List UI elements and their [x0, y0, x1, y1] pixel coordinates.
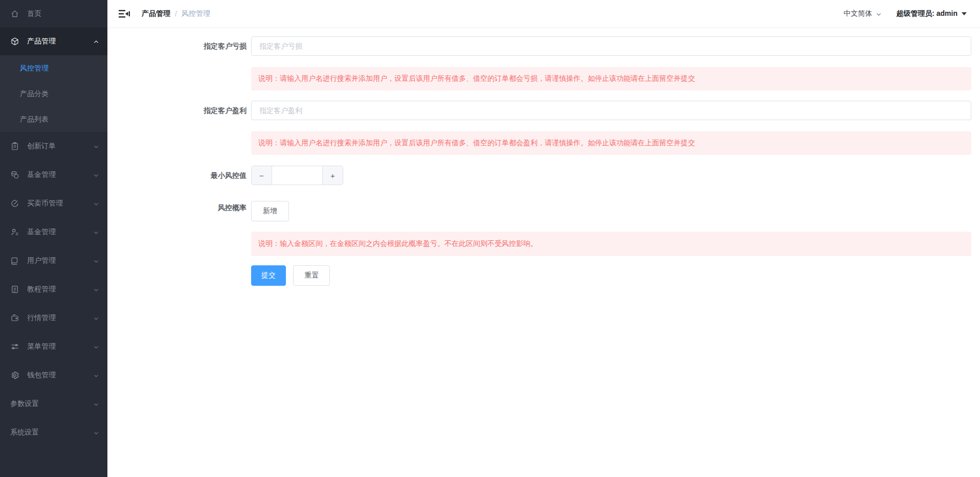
sliders-icon [10, 342, 19, 351]
topbar: 产品管理 / 风控管理 中文简体 超级管理员: admin [107, 0, 980, 28]
edit-circle-icon [10, 199, 19, 208]
profit-notice: 说明：请输入用户名进行搜索并添加用户，设置后该用户所有借多、借空的订单都会盈利，… [251, 131, 971, 155]
coins-icon [10, 170, 19, 179]
dropdown-caret-icon [962, 12, 967, 15]
sidebar-item-label: 产品管理 [27, 37, 93, 46]
sidebar-item-user-management[interactable]: 用户管理 [0, 246, 107, 275]
reset-button[interactable]: 重置 [293, 265, 330, 286]
risk-control-form: 指定客户亏损 说明：请输入用户名进行搜索并添加用户，设置后该用户所有借多、借空的… [107, 29, 980, 477]
sidebar-item-label: 教程管理 [27, 285, 93, 294]
submenu-product-management: 风控管理 产品分类 产品列表 [0, 55, 107, 132]
sidebar-item-label: 菜单管理 [27, 342, 93, 351]
risk-probability-label: 风控概率 [107, 201, 247, 221]
chevron-down-icon [93, 258, 99, 264]
chevron-down-icon [876, 11, 882, 17]
document-icon [10, 285, 19, 294]
language-label: 中文简体 [843, 9, 872, 18]
loss-user-row: 指定客户亏损 [107, 36, 980, 56]
breadcrumb: 产品管理 / 风控管理 [142, 9, 210, 18]
submenu-item-risk-control[interactable]: 风控管理 [0, 55, 107, 81]
profit-user-label: 指定客户盈利 [107, 101, 247, 120]
sidebar-item-home[interactable]: 首页 [0, 0, 107, 28]
gear-icon [10, 371, 19, 380]
sidebar-item-label: 创新订单 [27, 142, 93, 151]
topbar-right: 中文简体 超级管理员: admin [843, 9, 967, 18]
sidebar-item-label: 首页 [27, 9, 99, 18]
sidebar-item-label: 参数设置 [10, 399, 93, 408]
user-list-icon [10, 228, 19, 237]
clipboard-icon [10, 142, 19, 151]
breadcrumb-current: 风控管理 [182, 9, 210, 18]
chevron-up-icon [93, 38, 99, 44]
sidebar: 首页 产品管理 风控管理 产品分类 产品列表 创新订单 [0, 0, 107, 477]
sidebar-item-innovation-orders[interactable]: 创新订单 [0, 132, 107, 161]
min-risk-row: 最小风控值 − + [107, 166, 980, 185]
loss-user-label: 指定客户亏损 [107, 36, 247, 56]
stepper-input[interactable] [272, 166, 322, 185]
language-selector[interactable]: 中文简体 [843, 9, 882, 18]
sidebar-item-tutorial-management[interactable]: 教程管理 [0, 275, 107, 304]
loss-notice-row: 说明：请输入用户名进行搜索并添加用户，设置后该用户所有借多、借空的订单都会亏损，… [107, 67, 980, 90]
cube-icon [10, 37, 19, 46]
sidebar-item-parameter-settings[interactable]: 参数设置 [0, 390, 107, 418]
user-icon [10, 256, 19, 265]
profit-user-row: 指定客户盈利 [107, 101, 980, 120]
loss-notice: 说明：请输入用户名进行搜索并添加用户，设置后该用户所有借多、借空的订单都会亏损，… [251, 67, 971, 90]
breadcrumb-separator: / [175, 10, 177, 18]
chevron-down-icon [93, 286, 99, 292]
probability-notice: 说明：输入金额区间，在金额区间之内会根据此概率盈亏。不在此区间则不受风控影响。 [251, 232, 971, 256]
chevron-down-icon [93, 429, 99, 436]
sidebar-item-product-management[interactable]: 产品管理 [0, 28, 107, 55]
chevron-down-icon [93, 315, 99, 321]
sidebar-group-product-management: 产品管理 风控管理 产品分类 产品列表 [0, 28, 107, 132]
wallet-icon [10, 313, 19, 323]
risk-probability-row: 风控概率 新增 [107, 201, 980, 221]
sidebar-item-label: 基金管理 [27, 228, 93, 237]
user-label: 超级管理员: admin [896, 9, 957, 18]
sidebar-item-label: 买卖币管理 [27, 199, 93, 208]
submit-button[interactable]: 提交 [251, 265, 286, 286]
sidebar-item-fund-management[interactable]: 基金管理 [0, 161, 107, 189]
breadcrumb-parent[interactable]: 产品管理 [142, 9, 170, 18]
add-button[interactable]: 新增 [251, 201, 289, 221]
sidebar-item-system-settings[interactable]: 系统设置 [0, 418, 107, 447]
sidebar-item-wallet-management[interactable]: 钱包管理 [0, 361, 107, 390]
collapse-menu-icon[interactable] [118, 8, 130, 19]
chevron-down-icon [93, 172, 99, 178]
chevron-down-icon [93, 372, 99, 378]
chevron-down-icon [93, 401, 99, 407]
sidebar-item-fund-management-2[interactable]: 基金管理 [0, 218, 107, 246]
sidebar-item-label: 基金管理 [27, 170, 93, 179]
sidebar-item-label: 系统设置 [10, 428, 93, 437]
chevron-down-icon [93, 229, 99, 235]
loss-user-input[interactable] [251, 36, 971, 56]
sidebar-item-label: 用户管理 [27, 256, 93, 265]
user-dropdown[interactable]: 超级管理员: admin [896, 9, 967, 18]
stepper-increase-button[interactable]: + [322, 166, 343, 185]
min-risk-stepper: − + [251, 166, 343, 185]
sidebar-item-market-management[interactable]: 行情管理 [0, 304, 107, 332]
home-icon [10, 9, 19, 18]
sidebar-item-coin-trading[interactable]: 买卖币管理 [0, 189, 107, 218]
min-risk-label: 最小风控值 [107, 166, 247, 185]
stepper-decrease-button[interactable]: − [252, 166, 272, 185]
profit-notice-row: 说明：请输入用户名进行搜索并添加用户，设置后该用户所有借多、借空的订单都会盈利，… [107, 131, 980, 155]
chevron-down-icon [93, 344, 99, 350]
sidebar-item-menu-management[interactable]: 菜单管理 [0, 332, 107, 361]
submenu-item-product-category[interactable]: 产品分类 [0, 81, 107, 106]
profit-user-input[interactable] [251, 101, 971, 120]
submenu-item-product-list[interactable]: 产品列表 [0, 106, 107, 132]
chevron-down-icon [93, 200, 99, 207]
sidebar-item-label: 行情管理 [27, 313, 93, 323]
probability-notice-row: 说明：输入金额区间，在金额区间之内会根据此概率盈亏。不在此区间则不受风控影响。 [107, 232, 980, 256]
sidebar-item-label: 钱包管理 [27, 371, 93, 380]
chevron-down-icon [93, 143, 99, 149]
actions-row: 提交 重置 [107, 265, 980, 286]
